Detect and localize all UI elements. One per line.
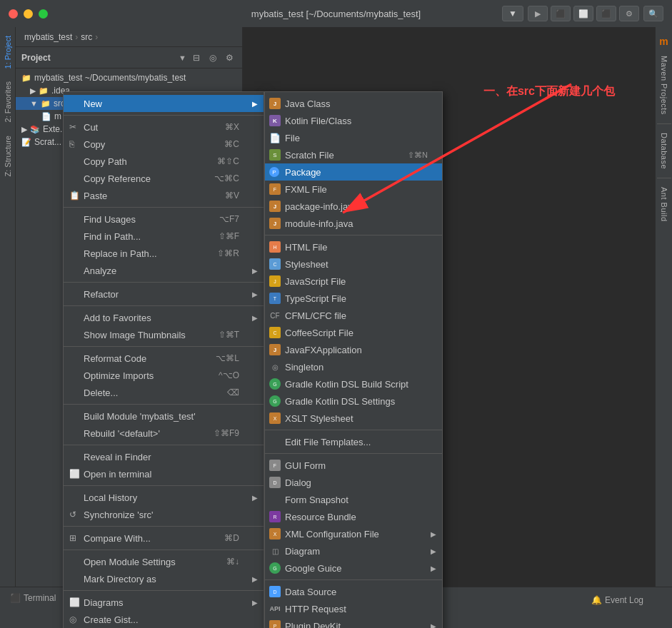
sub-google-guice[interactable]: G Google Guice <box>265 559 442 577</box>
html-icon: H <box>269 241 281 253</box>
sub-kotlin-class[interactable]: K Kotlin File/Class <box>265 112 442 129</box>
sub-package-info[interactable]: J package-info.java <box>265 198 442 215</box>
sidebar-item-structure[interactable]: Z: Structure <box>1 130 14 182</box>
ctx-build[interactable]: Build Module 'mybatis_test' <box>64 407 264 425</box>
ctx-new[interactable]: New <box>64 95 264 112</box>
ctx-show-thumbnails[interactable]: Show Image Thumbnails ⇧⌘T <box>64 326 264 343</box>
separator-7 <box>64 445 264 445</box>
dialog-icon: D <box>269 477 281 488</box>
ctx-delete[interactable]: Delete... ⌫ <box>64 384 264 401</box>
debug-button[interactable]: ⬛ <box>551 6 571 21</box>
tree-root[interactable]: 📁 mybatis_test ~/Documents/mybatis_test <box>16 71 242 84</box>
ant-build-tab[interactable]: Ant Build <box>658 183 670 226</box>
sub-singleton[interactable]: ◎ Singleton <box>265 358 442 375</box>
sub-plugin-devkit[interactable]: P Plugin DevKit <box>265 617 442 628</box>
sub-dialog[interactable]: D Dialog <box>265 474 442 491</box>
sub-http-request[interactable]: API HTTP Request <box>265 600 442 617</box>
context-menu: New ✂ Cut ⌘X ⎘ Copy ⌘C Copy Path ⌘⇧C Cop… <box>63 91 264 628</box>
ctx-rebuild[interactable]: Rebuild '<default>' ⇧⌘F9 <box>64 425 264 442</box>
cfml-icon: CF <box>269 310 281 321</box>
separator-10 <box>64 550 264 550</box>
sub-stylesheet[interactable]: C Stylesheet <box>265 255 442 273</box>
sub-fxml[interactable]: F FXML File <box>265 181 442 198</box>
ctx-compare[interactable]: ⊞ Compare With... ⌘D <box>64 530 264 547</box>
ctx-refactor[interactable]: Refactor <box>64 285 264 303</box>
sub-java-class[interactable]: J Java Class <box>265 95 442 112</box>
sub-sep-1 <box>265 235 442 236</box>
ctx-reveal-finder[interactable]: Reveal in Finder <box>64 448 264 465</box>
javafx-icon: J <box>269 344 281 355</box>
maven-projects-tab[interactable]: Maven Projects <box>658 51 670 119</box>
separator-5 <box>64 346 264 347</box>
side-panel-left: 1: Project 2: Favorites Z: Structure <box>0 27 16 628</box>
panel-title: Project <box>21 53 176 63</box>
ctx-open-terminal[interactable]: ⬜ Open in terminal <box>64 465 264 482</box>
build-button[interactable]: ⚙ <box>619 6 639 21</box>
ctx-paste[interactable]: 📋 Paste ⌘V <box>64 187 264 204</box>
xml-config-icon: X <box>269 528 281 540</box>
run-button[interactable]: ▶ <box>528 6 548 21</box>
ctx-find-path[interactable]: Find in Path... ⇧⌘F <box>64 228 264 245</box>
sub-module-info[interactable]: J module-info.java <box>265 215 442 232</box>
minimize-button[interactable] <box>24 9 33 19</box>
sub-resource-bundle[interactable]: R Resource Bundle <box>265 508 442 525</box>
gradle-settings-icon: G <box>269 395 281 407</box>
sub-ts[interactable]: T TypeScript File <box>265 290 442 307</box>
breadcrumb-project[interactable]: mybatis_test <box>24 32 72 42</box>
profile-button[interactable]: ⬛ <box>596 6 616 21</box>
sub-xslt[interactable]: X XSLT Stylesheet <box>265 410 442 427</box>
ctx-diagrams[interactable]: ⬜ Diagrams <box>64 594 264 611</box>
sub-scratch-file[interactable]: S Scratch File ⇧⌘N <box>265 146 442 163</box>
ctx-reformat[interactable]: Reformat Code ⌥⌘L <box>64 350 264 367</box>
ctx-copy-ref[interactable]: Copy Reference ⌥⌘C <box>64 170 264 187</box>
sub-gui-form[interactable]: F GUI Form <box>265 457 442 474</box>
sub-cfml[interactable]: CF CFML/CFC file <box>265 307 442 324</box>
ctx-find-usages[interactable]: Find Usages ⌥F7 <box>64 211 264 228</box>
ctx-local-history[interactable]: Local History <box>64 489 264 506</box>
maven-projects-tab-icon[interactable]: m <box>656 33 671 50</box>
sub-js[interactable]: J JavaScript File <box>265 273 442 290</box>
ctx-synchronize[interactable]: ↺ Synchronize 'src' <box>64 506 264 523</box>
settings-button[interactable]: ⚙ <box>222 51 236 65</box>
event-log-tab[interactable]: 🔔 Event Log <box>591 595 643 605</box>
locate-file-button[interactable]: ◎ <box>206 51 220 65</box>
sub-javafx[interactable]: J JavaFXApplication <box>265 341 442 358</box>
search-everywhere[interactable]: 🔍 <box>643 6 663 21</box>
sub-file[interactable]: 📄 File <box>265 129 442 146</box>
sub-html[interactable]: H HTML File <box>265 238 442 255</box>
sidebar-item-project[interactable]: 1: Project <box>1 30 14 74</box>
terminal-tab[interactable]: ⬛ Terminal <box>6 592 60 604</box>
ctx-copy-path[interactable]: Copy Path ⌘⇧C <box>64 153 264 170</box>
maximize-button[interactable] <box>39 9 48 19</box>
sidebar-item-favorites[interactable]: 2: Favorites <box>1 76 14 128</box>
sub-coffee[interactable]: C CoffeeScript File <box>265 324 442 341</box>
coverage-button[interactable]: ⬜ <box>573 6 593 21</box>
file-icon-sub: 📄 <box>269 132 281 143</box>
sub-diagram[interactable]: ◫ Diagram <box>265 542 442 559</box>
ctx-add-favorites[interactable]: Add to Favorites <box>64 309 264 326</box>
collapse-all-button[interactable]: ⊟ <box>189 51 204 65</box>
http-icon: API <box>269 603 281 614</box>
ctx-analyze[interactable]: Analyze <box>64 262 264 279</box>
panel-dropdown[interactable]: ▼ <box>179 54 186 62</box>
close-button[interactable] <box>9 9 18 19</box>
ctx-mark-dir[interactable]: Mark Directory as <box>64 570 264 587</box>
sub-edit-templates[interactable]: Edit File Templates... <box>265 433 442 450</box>
sub-data-source[interactable]: D Data Source <box>265 583 442 600</box>
gradle-build-icon: G <box>269 378 281 390</box>
sub-gradle-build[interactable]: G Gradle Kotlin DSL Build Script <box>265 375 442 392</box>
sub-sep-3 <box>265 453 442 454</box>
sub-gradle-settings[interactable]: G Gradle Kotlin DSL Settings <box>265 392 442 410</box>
ctx-replace-path[interactable]: Replace in Path... ⇧⌘R <box>64 245 264 262</box>
ctx-cut[interactable]: ✂ Cut ⌘X <box>64 118 264 136</box>
sub-package[interactable]: P Package <box>265 163 442 181</box>
database-tab[interactable]: Database <box>658 128 670 173</box>
sub-form-snapshot[interactable]: Form Snapshot <box>265 491 442 508</box>
sub-xml-config[interactable]: X XML Configuration File <box>265 525 442 542</box>
run-config-dropdown[interactable]: ▼ <box>502 6 523 21</box>
ctx-optimize-imports[interactable]: Optimize Imports ^⌥O <box>64 367 264 384</box>
ctx-create-gist[interactable]: ◎ Create Gist... <box>64 611 264 628</box>
ctx-module-settings[interactable]: Open Module Settings ⌘↓ <box>64 553 264 570</box>
ctx-copy[interactable]: ⎘ Copy ⌘C <box>64 136 264 153</box>
breadcrumb-src[interactable]: src <box>81 32 92 42</box>
